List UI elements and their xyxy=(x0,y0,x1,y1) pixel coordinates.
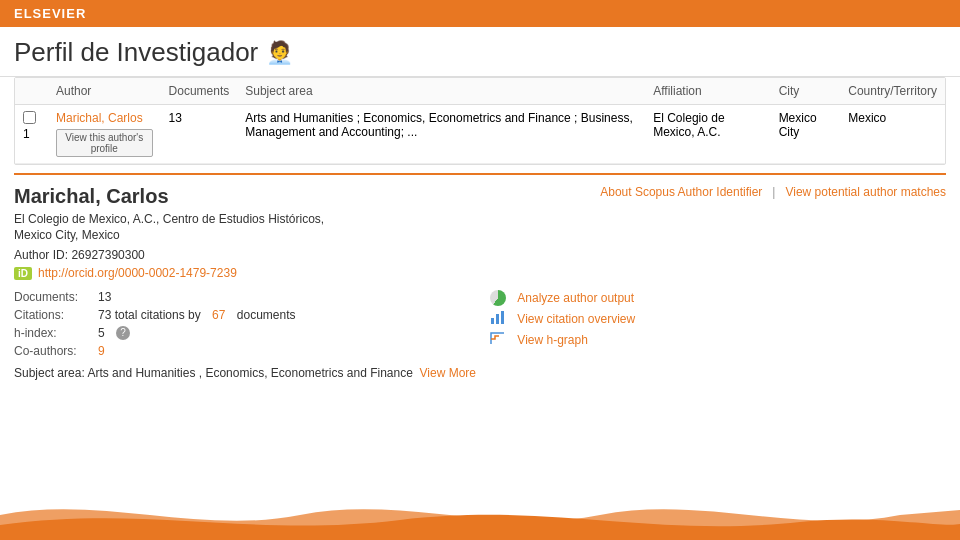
brand-logo: ELSEVIER xyxy=(14,6,86,21)
col-documents: Documents xyxy=(161,78,238,105)
svg-rect-2 xyxy=(501,311,504,324)
subject-area-values: Arts and Humanities , Economics, Econome… xyxy=(87,366,412,380)
col-author: Author xyxy=(48,78,161,105)
col-affiliation: Affiliation xyxy=(645,78,770,105)
stats-right: Analyze author output View citation over… xyxy=(490,288,946,360)
stats-left: Documents: 13 Citations: 73 total citati… xyxy=(14,288,470,360)
col-checkbox xyxy=(15,78,48,105)
hindex-label: h-index: xyxy=(14,326,94,340)
row-documents-cell: 13 xyxy=(161,105,238,164)
author-detail-panel: Marichal, Carlos About Scopus Author Ide… xyxy=(14,173,946,386)
author-id-label: Author ID: xyxy=(14,248,68,262)
svg-rect-1 xyxy=(496,314,499,324)
coauthors-label: Co-authors: xyxy=(14,344,94,358)
analyze-action-row: Analyze author output xyxy=(490,288,946,308)
analyze-link[interactable]: Analyze author output xyxy=(517,291,634,305)
citation-bar-icon xyxy=(490,310,506,327)
subject-area-view-more[interactable]: View More xyxy=(420,366,476,380)
investigator-icon: 🧑‍💼 xyxy=(266,40,293,66)
row-country-cell: Mexico xyxy=(840,105,945,164)
documents-stat: Documents: 13 xyxy=(14,288,470,306)
orcid-link[interactable]: http://orcid.org/0000-0002-1479-7239 xyxy=(38,266,237,280)
hgraph-icon xyxy=(490,331,506,348)
citation-overview-link[interactable]: View citation overview xyxy=(517,312,635,326)
documents-value: 13 xyxy=(98,290,111,304)
hgraph-link[interactable]: View h-graph xyxy=(517,333,588,347)
col-city: City xyxy=(771,78,841,105)
link-separator: | xyxy=(772,185,775,199)
location-line: Mexico City, Mexico xyxy=(14,228,946,242)
analyze-pie-icon xyxy=(490,290,506,306)
page-title: Perfil de Investigador xyxy=(14,37,258,68)
hindex-info-icon[interactable]: ? xyxy=(116,326,130,340)
svg-rect-0 xyxy=(491,318,494,324)
hgraph-action-row: View h-graph xyxy=(490,329,946,350)
subject-area-label: Subject area: xyxy=(14,366,85,380)
page-title-area: Perfil de Investigador 🧑‍💼 xyxy=(0,27,960,77)
affiliation-line: El Colegio de Mexico, A.C., Centro de Es… xyxy=(14,212,946,226)
author-name-heading: Marichal, Carlos xyxy=(14,185,169,208)
citations-suffix: documents xyxy=(237,308,296,322)
footer-wave xyxy=(0,490,960,540)
author-detail-header: Marichal, Carlos About Scopus Author Ide… xyxy=(14,185,946,208)
results-table: Author Documents Subject area Affiliatio… xyxy=(15,78,945,164)
potential-matches-link[interactable]: View potential author matches xyxy=(785,185,946,199)
citations-stat: Citations: 73 total citations by 67 docu… xyxy=(14,306,470,324)
coauthors-stat: Co-authors: 9 xyxy=(14,342,470,360)
row-checkbox[interactable] xyxy=(23,111,36,124)
hindex-value: 5 xyxy=(98,326,105,340)
author-id-value: 26927390300 xyxy=(71,248,144,262)
header-bar: ELSEVIER xyxy=(0,0,960,27)
row-author-cell: Marichal, Carlos View this author's prof… xyxy=(48,105,161,164)
citations-docs-link[interactable]: 67 xyxy=(212,308,225,322)
citation-overview-action-row: View citation overview xyxy=(490,308,946,329)
citations-label: Citations: xyxy=(14,308,94,322)
row-affiliation-cell: El Colegio de Mexico, A.C. xyxy=(645,105,770,164)
coauthors-link[interactable]: 9 xyxy=(98,344,105,358)
col-country: Country/Territory xyxy=(840,78,945,105)
row-subject-area-cell: Arts and Humanities ; Economics, Econome… xyxy=(237,105,645,164)
author-name-link[interactable]: Marichal, Carlos xyxy=(56,111,143,125)
orcid-line: iD http://orcid.org/0000-0002-1479-7239 xyxy=(14,266,946,280)
documents-label: Documents: xyxy=(14,290,94,304)
subject-area-line: Subject area: Arts and Humanities , Econ… xyxy=(14,366,946,380)
author-id-line: Author ID: 26927390300 xyxy=(14,248,946,262)
table-row: 1 Marichal, Carlos View this author's pr… xyxy=(15,105,945,164)
search-results-table-container: Author Documents Subject area Affiliatio… xyxy=(14,77,946,165)
about-scopus-link[interactable]: About Scopus Author Identifier xyxy=(600,185,762,199)
orcid-badge: iD xyxy=(14,267,32,280)
row-city-cell: Mexico City xyxy=(771,105,841,164)
citations-prefix: 73 total citations by xyxy=(98,308,201,322)
table-header-row: Author Documents Subject area Affiliatio… xyxy=(15,78,945,105)
detail-links: About Scopus Author Identifier | View po… xyxy=(600,185,946,199)
row-checkbox-cell[interactable]: 1 xyxy=(15,105,48,164)
view-profile-button[interactable]: View this author's profile xyxy=(56,129,153,157)
stats-section: Documents: 13 Citations: 73 total citati… xyxy=(14,288,946,360)
col-subject-area: Subject area xyxy=(237,78,645,105)
hindex-stat: h-index: 5 ? xyxy=(14,324,470,342)
